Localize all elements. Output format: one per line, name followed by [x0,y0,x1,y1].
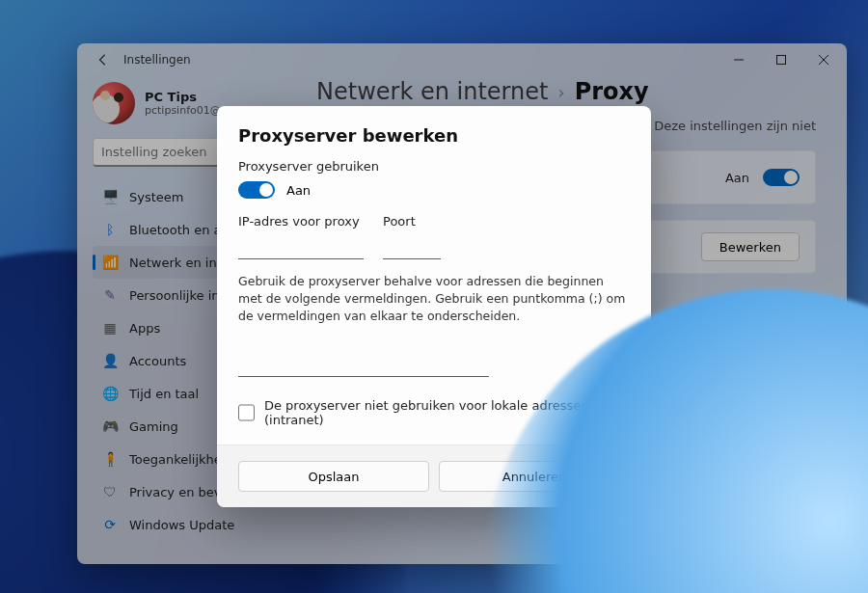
port-label: Poort [383,214,441,229]
ip-input[interactable] [238,232,364,259]
exceptions-hint: Gebruik de proxyserver behalve voor adre… [238,273,630,325]
dialog-title: Proxyserver bewerken [238,125,630,146]
edit-button[interactable]: Bewerken [701,344,800,373]
port-input[interactable] [383,232,441,259]
exceptions-input[interactable] [238,335,489,377]
dialog-footer: Opslaan Annuleren [217,445,651,507]
use-proxy-label: Proxyserver gebruiken [238,159,630,174]
cancel-button[interactable]: Annuleren [439,461,630,492]
bypass-local-label: De proxyserver niet gebruiken voor lokal… [264,398,630,427]
use-proxy-toggle[interactable] [238,181,275,199]
modal-overlay: Proxyserver bewerken Proxyserver gebruik… [0,0,868,593]
bypass-local-row[interactable]: De proxyserver niet gebruiken voor lokal… [238,398,630,427]
toggle-state-label: Aan [286,183,311,198]
proxy-dialog: Proxyserver bewerken Proxyserver gebruik… [217,106,651,507]
bypass-local-checkbox[interactable] [238,404,255,421]
ip-label: IP-adres voor proxy [238,214,364,229]
save-button[interactable]: Opslaan [238,461,429,492]
